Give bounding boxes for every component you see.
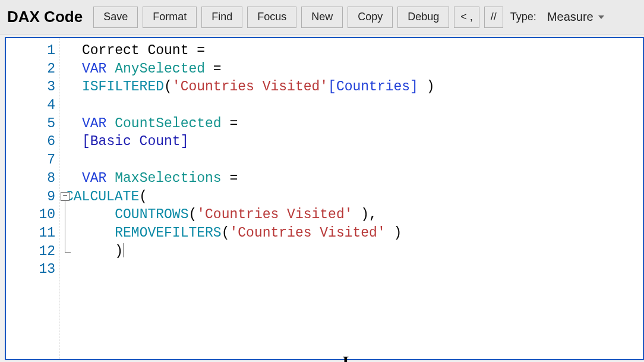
code-area[interactable]: Correct Count =VAR AnySelected =ISFILTER… bbox=[76, 38, 643, 359]
caret bbox=[124, 243, 124, 257]
line-number-gutter: 12345678910111213 bbox=[6, 38, 59, 359]
fold-toggle-icon[interactable]: − bbox=[61, 192, 70, 201]
debug-button[interactable]: Debug bbox=[397, 7, 449, 28]
line-number: 12 bbox=[6, 243, 55, 261]
chevron-down-icon bbox=[598, 15, 604, 19]
line-number: 8 bbox=[6, 169, 55, 188]
line-number: 13 bbox=[6, 260, 55, 279]
code-line[interactable]: CALCULATE( bbox=[65, 188, 643, 206]
save-button[interactable]: Save bbox=[93, 7, 138, 28]
line-number: 7 bbox=[6, 151, 55, 169]
type-select[interactable]: Measure bbox=[541, 10, 607, 24]
line-number: 2 bbox=[6, 60, 55, 78]
code-line[interactable]: VAR CountSelected = bbox=[82, 115, 643, 133]
code-editor[interactable]: 12345678910111213 − Correct Count =VAR A… bbox=[5, 37, 644, 360]
code-line[interactable]: [Basic Count] bbox=[82, 133, 643, 151]
code-line[interactable]: VAR AnySelected = bbox=[82, 60, 643, 78]
comment-button[interactable]: // bbox=[484, 7, 503, 28]
code-line[interactable]: ) bbox=[82, 243, 643, 261]
toolbar: DAX Code Save Format Find Focus New Copy… bbox=[0, 0, 644, 34]
fold-column[interactable]: − bbox=[59, 38, 76, 359]
find-button[interactable]: Find bbox=[201, 7, 242, 28]
code-line[interactable]: ISFILTERED('Countries Visited'[Countries… bbox=[82, 78, 643, 96]
code-line[interactable] bbox=[82, 96, 643, 115]
focus-button[interactable]: Focus bbox=[247, 7, 296, 28]
line-number: 5 bbox=[6, 115, 55, 133]
type-select-value: Measure bbox=[541, 10, 607, 24]
format-button[interactable]: Format bbox=[143, 7, 197, 28]
line-number: 1 bbox=[6, 42, 55, 60]
line-number: 10 bbox=[6, 206, 55, 224]
line-number: 4 bbox=[6, 96, 55, 115]
new-button[interactable]: New bbox=[301, 7, 343, 28]
type-label: Type: bbox=[510, 11, 536, 23]
code-line[interactable]: Correct Count = bbox=[82, 42, 643, 60]
code-line[interactable]: COUNTROWS('Countries Visited' ), bbox=[82, 206, 643, 224]
back-button[interactable]: < , bbox=[454, 7, 479, 28]
code-line[interactable]: REMOVEFILTERS('Countries Visited' ) bbox=[82, 224, 643, 243]
line-number: 9 bbox=[6, 188, 55, 206]
line-number: 11 bbox=[6, 224, 55, 243]
code-line[interactable] bbox=[82, 260, 643, 279]
app-title: DAX Code bbox=[7, 8, 83, 26]
copy-button[interactable]: Copy bbox=[348, 7, 393, 28]
code-line[interactable] bbox=[82, 151, 643, 169]
line-number: 6 bbox=[6, 133, 55, 151]
line-number: 3 bbox=[6, 78, 55, 96]
code-line[interactable]: VAR MaxSelections = bbox=[82, 169, 643, 188]
